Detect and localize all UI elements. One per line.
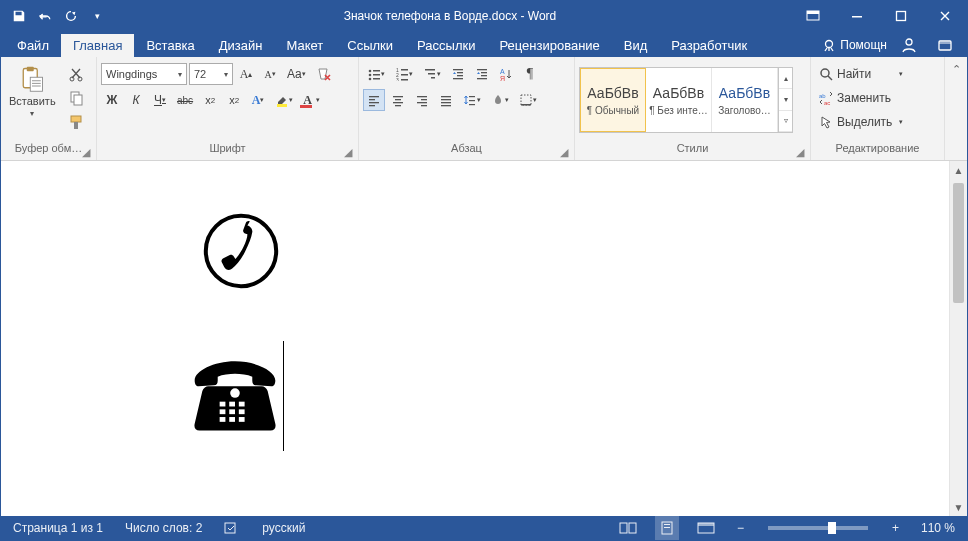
tab-home[interactable]: Главная <box>61 34 134 57</box>
svg-text:A: A <box>500 68 505 75</box>
replace-button[interactable]: abacЗаменить <box>815 87 907 109</box>
styles-gallery[interactable]: АаБбВв¶ Обычный АаБбВв¶ Без инте… АаБбВв… <box>579 67 793 133</box>
qat-customize-icon[interactable]: ▾ <box>85 4 109 28</box>
shrink-font-icon[interactable]: A▾ <box>259 63 281 85</box>
collapse-ribbon-icon[interactable]: ⌃ <box>945 57 967 160</box>
read-mode-icon[interactable] <box>615 516 641 540</box>
page-indicator[interactable]: Страница 1 из 1 <box>9 516 107 540</box>
numbering-icon[interactable]: 123▾ <box>391 63 417 85</box>
text-cursor <box>283 341 284 451</box>
svg-text:Я: Я <box>500 75 505 81</box>
bullets-icon[interactable]: ▾ <box>363 63 389 85</box>
format-painter-icon[interactable] <box>64 111 88 133</box>
text-effects-icon[interactable]: A▾ <box>247 89 269 111</box>
strikethrough-button[interactable]: abc <box>173 89 197 111</box>
tab-layout[interactable]: Макет <box>274 34 335 57</box>
svg-rect-72 <box>229 409 235 414</box>
web-layout-icon[interactable] <box>693 516 719 540</box>
cut-icon[interactable] <box>64 63 88 85</box>
zoom-in-icon[interactable]: + <box>888 516 903 540</box>
dialog-launcher-icon[interactable]: ◢ <box>558 146 570 158</box>
multilevel-list-icon[interactable]: ▾ <box>419 63 445 85</box>
svg-point-67 <box>230 388 240 398</box>
align-right-icon[interactable] <box>411 89 433 111</box>
svg-rect-59 <box>469 100 475 101</box>
tell-me-icon[interactable]: Помощн <box>822 33 887 57</box>
scroll-up-icon[interactable]: ▲ <box>950 161 967 179</box>
align-center-icon[interactable] <box>387 89 409 111</box>
copy-icon[interactable] <box>64 87 88 109</box>
find-button[interactable]: Найти▾ <box>815 63 907 85</box>
font-color-icon[interactable]: A▾ <box>299 89 324 111</box>
clear-formatting-icon[interactable] <box>312 63 336 85</box>
tab-review[interactable]: Рецензирование <box>487 34 611 57</box>
tab-design[interactable]: Дизайн <box>207 34 275 57</box>
scroll-thumb[interactable] <box>953 183 964 303</box>
select-button[interactable]: Выделить▾ <box>815 111 907 133</box>
print-layout-icon[interactable] <box>655 516 679 540</box>
vertical-scrollbar[interactable]: ▲ ▼ <box>949 161 967 516</box>
dialog-launcher-icon[interactable]: ◢ <box>342 146 354 158</box>
style-no-spacing[interactable]: АаБбВв¶ Без инте… <box>646 68 712 132</box>
account-icon[interactable] <box>895 33 923 57</box>
spellcheck-icon[interactable] <box>220 516 244 540</box>
share-icon[interactable] <box>931 33 959 57</box>
svg-rect-50 <box>417 96 427 97</box>
justify-icon[interactable] <box>435 89 457 111</box>
borders-icon[interactable]: ▾ <box>515 89 541 111</box>
document-page[interactable] <box>1 161 949 516</box>
zoom-out-icon[interactable]: − <box>733 516 748 540</box>
redo-icon[interactable] <box>59 4 83 28</box>
svg-rect-62 <box>521 104 531 106</box>
show-marks-icon[interactable]: ¶ <box>519 63 541 85</box>
minimize-icon[interactable] <box>835 1 879 31</box>
tab-file[interactable]: Файл <box>5 34 61 57</box>
ribbon-display-icon[interactable] <box>791 1 835 31</box>
dialog-launcher-icon[interactable]: ◢ <box>794 146 806 158</box>
underline-button[interactable]: Ч▾ <box>149 89 171 111</box>
save-icon[interactable] <box>7 4 31 28</box>
tab-references[interactable]: Ссылки <box>335 34 405 57</box>
scroll-down-icon[interactable]: ▼ <box>950 498 967 516</box>
zoom-slider[interactable] <box>768 526 868 530</box>
font-size-combo[interactable]: 72▾ <box>189 63 233 85</box>
maximize-icon[interactable] <box>879 1 923 31</box>
increase-indent-icon[interactable] <box>471 63 493 85</box>
dialog-launcher-icon[interactable]: ◢ <box>80 146 92 158</box>
word-count[interactable]: Число слов: 2 <box>121 516 206 540</box>
italic-button[interactable]: К <box>125 89 147 111</box>
tab-developer[interactable]: Разработчик <box>659 34 759 57</box>
style-heading1[interactable]: АаБбВвЗаголово… <box>712 68 778 132</box>
tab-insert[interactable]: Вставка <box>134 34 206 57</box>
decrease-indent-icon[interactable] <box>447 63 469 85</box>
svg-point-4 <box>826 41 833 48</box>
close-icon[interactable] <box>923 1 967 31</box>
style-normal[interactable]: АаБбВв¶ Обычный <box>580 68 646 132</box>
grow-font-icon[interactable]: A▴ <box>235 63 257 85</box>
font-name-combo[interactable]: Wingdings▾ <box>101 63 187 85</box>
zoom-level[interactable]: 110 % <box>917 516 959 540</box>
line-spacing-icon[interactable]: ▾ <box>459 89 485 111</box>
svg-rect-82 <box>664 527 670 528</box>
svg-text:3: 3 <box>396 77 399 81</box>
superscript-icon[interactable]: x2 <box>223 89 245 111</box>
change-case-icon[interactable]: Aa▾ <box>283 63 310 85</box>
tab-view[interactable]: Вид <box>612 34 660 57</box>
svg-point-63 <box>821 69 829 77</box>
highlight-icon[interactable]: ▾ <box>271 89 297 111</box>
svg-rect-6 <box>939 41 951 50</box>
svg-rect-24 <box>401 69 408 71</box>
svg-rect-58 <box>469 96 475 97</box>
shading-icon[interactable]: ▾ <box>487 89 513 111</box>
align-left-icon[interactable] <box>363 89 385 111</box>
paste-button[interactable]: Вставить ▾ <box>5 63 60 120</box>
undo-icon[interactable] <box>33 4 57 28</box>
subscript-icon[interactable]: x2 <box>199 89 221 111</box>
svg-rect-8 <box>27 67 34 71</box>
tab-mailings[interactable]: Рассылки <box>405 34 487 57</box>
bold-button[interactable]: Ж <box>101 89 123 111</box>
language-indicator[interactable]: русский <box>258 516 309 540</box>
sort-icon[interactable]: AЯ <box>495 63 517 85</box>
svg-rect-29 <box>425 69 435 71</box>
styles-more-icon[interactable]: ▴▾▿ <box>778 68 792 132</box>
